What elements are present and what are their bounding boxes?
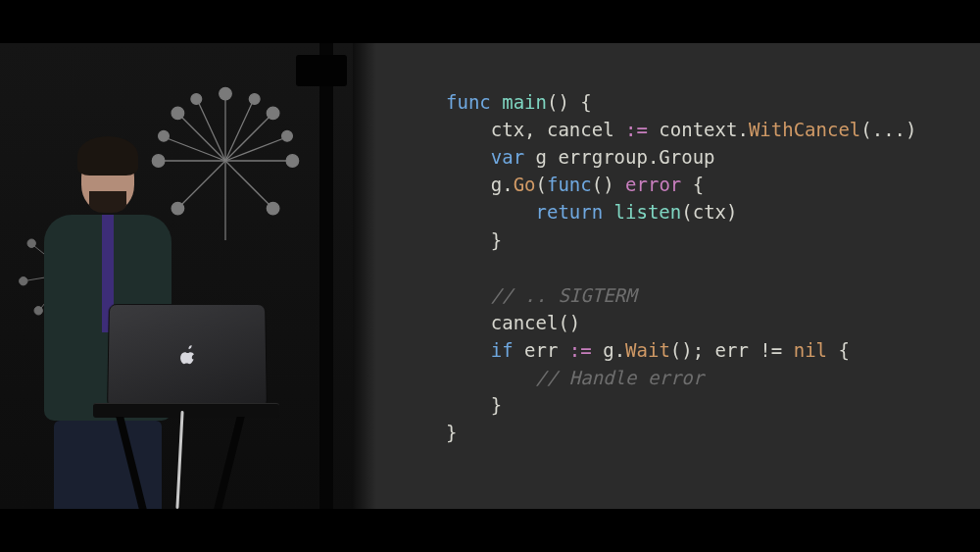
lighting-rig-clamp bbox=[296, 55, 347, 86]
svg-point-32 bbox=[20, 277, 27, 285]
svg-point-22 bbox=[159, 130, 170, 141]
svg-line-11 bbox=[225, 161, 270, 205]
svg-point-2 bbox=[220, 87, 232, 100]
apple-logo-icon bbox=[179, 345, 197, 365]
svg-point-18 bbox=[191, 94, 202, 105]
svg-point-20 bbox=[282, 130, 293, 141]
svg-line-5 bbox=[181, 117, 225, 161]
laptop-stand bbox=[88, 274, 274, 509]
cable bbox=[175, 411, 183, 509]
svg-line-13 bbox=[181, 161, 225, 205]
svg-point-6 bbox=[172, 107, 184, 120]
code-block: func main() { ctx, cancel := context.Wit… bbox=[446, 88, 916, 446]
slide-edge-shadow bbox=[353, 43, 376, 509]
lighting-rig-pole bbox=[319, 43, 333, 509]
laptop bbox=[107, 304, 268, 408]
svg-point-8 bbox=[286, 155, 299, 168]
code-slide: func main() { ctx, cancel := context.Wit… bbox=[353, 43, 980, 509]
svg-line-3 bbox=[225, 117, 270, 161]
svg-point-12 bbox=[267, 202, 279, 215]
svg-point-16 bbox=[249, 94, 260, 105]
video-frame: func main() { ctx, cancel := context.Wit… bbox=[0, 43, 980, 509]
svg-point-4 bbox=[267, 107, 279, 120]
presenter-camera-panel bbox=[0, 43, 353, 509]
